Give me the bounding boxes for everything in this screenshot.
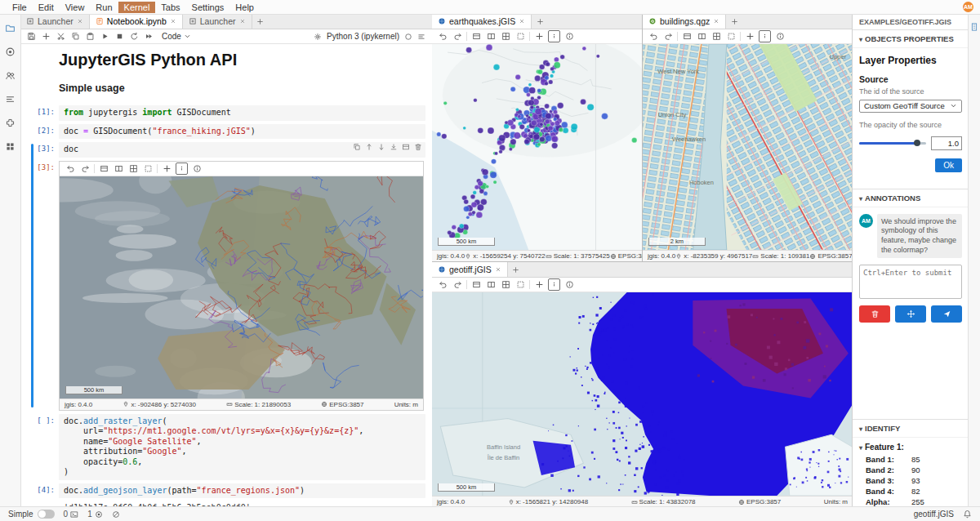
close-tab-button[interactable] xyxy=(519,18,525,24)
panel-tool-button[interactable] xyxy=(681,31,693,42)
ffwd-button[interactable] xyxy=(145,32,154,41)
dashbox-tool-button[interactable] xyxy=(514,279,526,290)
markdown-cell[interactable]: Simple usage xyxy=(59,82,425,94)
kernels-indicator[interactable]: 1 xyxy=(87,510,103,519)
markdown-cell[interactable]: JupyterGIS Python API xyxy=(59,51,425,69)
kernel-name[interactable]: Python 3 (ipykernel) xyxy=(327,32,399,41)
menu-view[interactable]: View xyxy=(60,2,91,13)
redo-tool-button[interactable] xyxy=(452,279,463,290)
panel-tool-button[interactable] xyxy=(470,279,482,290)
gridbox-tool-button[interactable] xyxy=(500,31,511,42)
cut-button[interactable] xyxy=(56,32,65,41)
undo-tool-button[interactable] xyxy=(437,279,448,290)
tab-launcher-0[interactable]: Launcher xyxy=(20,14,90,29)
ok-button[interactable]: Ok xyxy=(935,158,962,172)
new-tab-button[interactable] xyxy=(726,14,742,29)
notifications-button[interactable] xyxy=(963,510,972,519)
tab-notebook-ipynb-1[interactable]: Notebook.ipynb xyxy=(90,14,183,29)
sidebar-tiles-button[interactable] xyxy=(4,140,17,153)
feature-header[interactable]: Feature 1: xyxy=(859,443,962,452)
menu-run[interactable]: Run xyxy=(90,2,118,13)
tab-buildings[interactable]: buildings.qgz xyxy=(643,14,726,29)
cell-tool-panel-button[interactable] xyxy=(402,143,410,151)
gridbox-tool-button[interactable] xyxy=(710,31,722,42)
sidebar-running-button[interactable] xyxy=(4,45,17,58)
save-button[interactable] xyxy=(27,32,36,41)
dashbox-tool-button[interactable] xyxy=(514,31,526,42)
plus-tool-button[interactable] xyxy=(161,163,172,174)
cell-tool-arrow-up-button[interactable] xyxy=(365,143,373,151)
menu-edit[interactable]: Edit xyxy=(33,2,60,13)
gridbox-tool-button[interactable] xyxy=(500,279,511,290)
dashbox-tool-button[interactable] xyxy=(725,31,737,42)
dashbox-tool-button[interactable] xyxy=(142,163,154,174)
new-launcher-button[interactable] xyxy=(252,14,269,29)
close-tab-button[interactable] xyxy=(239,18,246,24)
identify-tool-button[interactable] xyxy=(759,30,771,42)
menu-help[interactable]: Help xyxy=(229,2,260,13)
code-cell[interactable]: doc xyxy=(59,142,425,158)
sidebar-properties-button[interactable] xyxy=(968,20,980,33)
plus-tool-button[interactable] xyxy=(533,279,545,290)
paste-button[interactable] xyxy=(86,32,95,41)
code-cell[interactable]: doc.add_raster_layer( url="https://mt1.g… xyxy=(59,414,425,480)
info-tool-button[interactable] xyxy=(564,279,575,290)
redo-tool-button[interactable] xyxy=(662,31,674,42)
sidebar-toc-button[interactable] xyxy=(4,92,17,105)
panels2-tool-button[interactable] xyxy=(696,31,707,42)
undo-tool-button[interactable] xyxy=(437,31,448,42)
tab-launcher-2[interactable]: Launcher xyxy=(183,14,252,29)
redo-tool-button[interactable] xyxy=(79,163,91,174)
cell-type-dropdown[interactable]: Code xyxy=(159,32,194,41)
map-canvas-france[interactable]: 500 km xyxy=(60,176,423,399)
menu-settings[interactable]: Settings xyxy=(186,2,230,13)
redo-tool-button[interactable] xyxy=(452,31,463,42)
restart-button[interactable] xyxy=(130,32,139,41)
section-identify[interactable]: IDENTIFY xyxy=(853,419,969,438)
tab-geotiff[interactable]: geotiff.jGIS xyxy=(432,262,508,277)
info-tool-button[interactable] xyxy=(774,31,786,42)
menu-kernel[interactable]: Kernel xyxy=(118,2,156,13)
new-tab-button[interactable] xyxy=(532,14,548,29)
stop-button[interactable] xyxy=(115,32,124,41)
info-tool-button[interactable] xyxy=(564,31,575,42)
menu-tabs[interactable]: Tabs xyxy=(155,2,185,13)
undo-tool-button[interactable] xyxy=(65,163,76,174)
section-objects-properties[interactable]: OBJECTS PROPERTIES xyxy=(853,30,969,48)
close-tab-button[interactable] xyxy=(77,18,83,24)
close-tab-button[interactable] xyxy=(495,266,501,273)
cell-tool-trash-button[interactable] xyxy=(414,143,422,151)
plus-button[interactable] xyxy=(42,32,51,41)
new-tab-button[interactable] xyxy=(508,262,524,277)
annotation-input[interactable]: Ctrl+Enter to submit xyxy=(859,265,962,299)
plus-tool-button[interactable] xyxy=(533,31,545,42)
opacity-value[interactable]: 1.0 xyxy=(931,136,962,150)
user-avatar[interactable]: AM xyxy=(963,2,973,12)
menu-file[interactable]: File xyxy=(7,2,33,13)
move-annotation-button[interactable] xyxy=(895,305,926,323)
panel-tool-button[interactable] xyxy=(470,31,482,42)
submit-annotation-button[interactable] xyxy=(931,305,962,323)
close-tab-button[interactable] xyxy=(713,18,719,24)
opacity-slider-knob[interactable] xyxy=(914,140,920,146)
map-canvas-geotiff[interactable]: Baffin IslandÎle de Baffin500 km xyxy=(432,292,853,496)
section-annotations[interactable]: ANNOTATIONS xyxy=(853,189,969,207)
tab-earthquakes[interactable]: earthquakes.jGIS xyxy=(432,14,532,29)
panels2-tool-button[interactable] xyxy=(485,279,497,290)
simple-mode-toggle[interactable] xyxy=(38,510,55,519)
kernel-status-indicator[interactable] xyxy=(112,510,120,519)
panels2-tool-button[interactable] xyxy=(485,31,497,42)
kernel-settings-button[interactable] xyxy=(314,33,322,41)
sidebar-files-button[interactable] xyxy=(4,21,17,34)
map-canvas-earthquakes[interactable]: 500 km xyxy=(432,44,642,250)
map-canvas-buildings[interactable]: West New YorkUnion CityWeehawkenHobokenU… xyxy=(643,44,853,250)
undo-tool-button[interactable] xyxy=(648,31,659,42)
plus-tool-button[interactable] xyxy=(744,31,755,42)
identify-tool-button[interactable] xyxy=(548,278,560,291)
cell-tool-copy-button[interactable] xyxy=(353,143,361,151)
panel-tool-button[interactable] xyxy=(98,163,109,174)
gridbox-tool-button[interactable] xyxy=(127,163,139,174)
run-button[interactable] xyxy=(100,32,109,41)
identify-tool-button[interactable] xyxy=(176,163,188,175)
terminals-indicator[interactable]: 0 xyxy=(64,510,79,519)
